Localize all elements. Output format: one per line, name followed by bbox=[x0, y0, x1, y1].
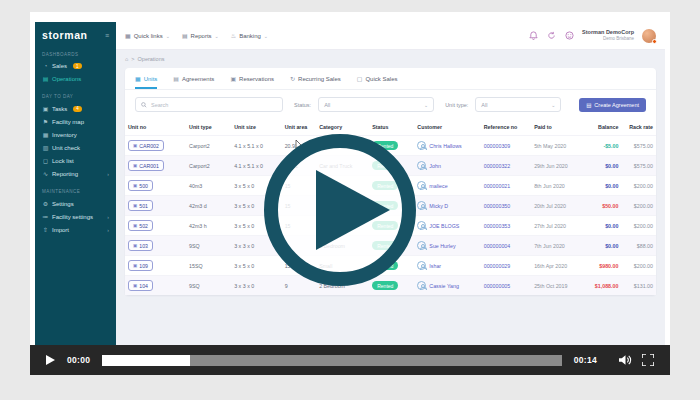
customer-avatar-icon bbox=[417, 281, 426, 290]
video-controls-bar: 00:00 00:14 bbox=[30, 345, 670, 375]
home-icon[interactable]: ⌂ bbox=[125, 56, 128, 62]
support-headset-icon[interactable] bbox=[564, 31, 574, 41]
seek-bar[interactable] bbox=[102, 355, 562, 366]
customer-name[interactable]: Cassie Yang bbox=[429, 283, 459, 289]
customer-avatar-icon bbox=[417, 181, 426, 190]
table-row[interactable]: ▣501 42m3 d 3 x 5 x 0 15 3 Bedroom Rente… bbox=[125, 196, 656, 216]
tab-reservations[interactable]: ▣ Reservations bbox=[230, 75, 274, 89]
customer-avatar-icon bbox=[417, 261, 426, 270]
table-row[interactable]: ▣502 42m3 h 3 x 5 x 0 15 3 Bedroom Rente… bbox=[125, 216, 656, 236]
play-button[interactable] bbox=[46, 355, 55, 365]
chevron-down-icon: ⌄ bbox=[166, 33, 170, 39]
sidebar-item-inventory[interactable]: ▦ Inventory bbox=[35, 128, 116, 141]
unit-type-filter-select[interactable]: All ⌄ bbox=[475, 97, 561, 112]
reference-no: 000000322 bbox=[481, 156, 531, 176]
sidebar-item-facility-map[interactable]: ⚑ Facility map bbox=[35, 115, 116, 128]
customer-avatar-icon bbox=[417, 241, 426, 250]
chevron-down-icon: ⌄ bbox=[424, 102, 428, 108]
tab-bar: ▦ Units ▤ Agreements ▣ Reservations ↻ Re… bbox=[125, 68, 656, 90]
unit-icon: ▣ bbox=[133, 243, 137, 248]
unit-no-pill[interactable]: ▣500 bbox=[128, 180, 153, 191]
menu-banking[interactable]: ♨ Banking ⌄ bbox=[231, 32, 268, 39]
sidebar-item-label: Facility map bbox=[52, 119, 84, 125]
notifications-bell-icon[interactable] bbox=[528, 31, 538, 41]
fullscreen-icon[interactable] bbox=[642, 354, 654, 366]
table-row[interactable]: ▣109 15SQ 3 x 5 x 0 15 Small Rented Isha… bbox=[125, 256, 656, 276]
customer-name[interactable]: JOE BLOGS bbox=[429, 223, 459, 229]
tab-recurring-sales[interactable]: ↻ Recurring Sales bbox=[290, 75, 341, 89]
sidebar-item-settings[interactable]: ⚙ Settings bbox=[35, 197, 116, 210]
unit-no-pill[interactable]: ▣CAR002 bbox=[128, 140, 164, 151]
table-row[interactable]: ▣CAR002 Carport2 4.1 x 5.1 x 0 20.91 Car… bbox=[125, 136, 656, 156]
inventory-icon: ▦ bbox=[42, 131, 49, 138]
create-agreement-button[interactable]: ▤ Create Agreement bbox=[579, 98, 646, 112]
unit-no-pill[interactable]: ▣502 bbox=[128, 220, 153, 231]
customer-name[interactable]: maliece bbox=[429, 183, 447, 189]
sidebar-item-label: Sales bbox=[52, 63, 67, 69]
customer-name[interactable]: Ishar bbox=[429, 263, 441, 269]
unit-category: 3 Bedroom bbox=[316, 216, 369, 236]
sidebar-item-label: Settings bbox=[52, 201, 74, 207]
unit-no-pill[interactable]: ▣103 bbox=[128, 240, 153, 251]
unit-icon: ▣ bbox=[133, 263, 137, 268]
menu-quick-links[interactable]: ▦ Quick links ⌄ bbox=[125, 32, 170, 39]
sidebar-item-facility-settings[interactable]: ≔ Facility settings › bbox=[35, 210, 116, 223]
sidebar-item-unit-check[interactable]: ▥ Unit check bbox=[35, 141, 116, 154]
video-player: storman ≡ DASHBOARDS ◔ Sales 1 ▤ Operati… bbox=[30, 12, 670, 375]
customer-name[interactable]: Chris Hallows bbox=[429, 143, 461, 149]
hamburger-menu-icon[interactable]: ≡ bbox=[105, 32, 109, 39]
balance-amount: -$5.00 bbox=[603, 143, 618, 149]
unit-no-pill[interactable]: ▣104 bbox=[128, 280, 153, 291]
customer-name[interactable]: Sue Hurley bbox=[429, 243, 455, 249]
unit-icon: ▣ bbox=[133, 223, 137, 228]
unit-no: 104 bbox=[139, 283, 148, 289]
table-row[interactable]: ▣104 9SQ 3 x 3 x 0 9 2 Bedroom Rented Ca… bbox=[125, 276, 656, 296]
unit-no-pill[interactable]: ▣501 bbox=[128, 200, 153, 211]
unit-category: 2 Bedroom bbox=[316, 276, 369, 296]
tab-quick-sales[interactable]: ▢ Quick Sales bbox=[357, 75, 398, 89]
reference-no: 000000004 bbox=[481, 236, 531, 256]
sidebar-item-reporting[interactable]: ∿ Reporting › bbox=[35, 167, 116, 180]
unit-no: 103 bbox=[139, 243, 148, 249]
balance-amount: $0.00 bbox=[605, 223, 618, 229]
status-filter-select[interactable]: All ⌄ bbox=[318, 97, 434, 112]
paid-to-date: 16th Apr 2020 bbox=[531, 256, 581, 276]
rack-rate: $131.00 bbox=[621, 276, 656, 296]
reference-no: 000000021 bbox=[481, 176, 531, 196]
reference-no: 000000029 bbox=[481, 256, 531, 276]
unit-area: 15 bbox=[282, 216, 317, 236]
status-badge: Rented bbox=[372, 241, 398, 250]
column-header-unit-size: Unit size bbox=[231, 119, 281, 136]
unit-area: 20.91 bbox=[282, 156, 317, 176]
table-row[interactable]: ▣103 9SQ 3 x 3 x 0 9 2 Bedroom Rented Su… bbox=[125, 236, 656, 256]
tab-units[interactable]: ▦ Units bbox=[135, 75, 157, 89]
account-info[interactable]: Storman DemoCorp Demo Brisbane bbox=[582, 29, 634, 42]
page-background: storman ≡ DASHBOARDS ◔ Sales 1 ▤ Operati… bbox=[0, 0, 700, 400]
sidebar-item-import[interactable]: ⇧ Import › bbox=[35, 223, 116, 236]
menu-reports[interactable]: ▤ Reports ⌄ bbox=[182, 32, 219, 39]
table-row[interactable]: ▣500 40m3 3 x 5 x 0 15 3 Bedroom Rented … bbox=[125, 176, 656, 196]
unit-category: Car and Truck bbox=[316, 156, 369, 176]
table-row[interactable]: ▣CAR001 Carport2 4.1 x 5.1 x 0 20.91 Car… bbox=[125, 156, 656, 176]
sync-icon[interactable] bbox=[546, 31, 556, 41]
sidebar-item-lock-list[interactable]: ◻ Lock list bbox=[35, 154, 116, 167]
search-icon bbox=[141, 102, 147, 108]
unit-type: Carport2 bbox=[186, 156, 231, 176]
sidebar-item-label: Unit check bbox=[52, 145, 80, 151]
sidebar-item-operations[interactable]: ▤ Operations bbox=[35, 72, 116, 85]
unit-type: 9SQ bbox=[186, 276, 231, 296]
customer-name[interactable]: John bbox=[429, 163, 441, 169]
search-input[interactable]: Search bbox=[135, 97, 283, 112]
user-avatar[interactable] bbox=[642, 29, 656, 43]
rack-rate: $200.00 bbox=[621, 216, 656, 236]
rack-rate: $88.00 bbox=[621, 236, 656, 256]
column-header-unit-type: Unit type bbox=[186, 119, 231, 136]
sidebar-item-sales[interactable]: ◔ Sales 1 bbox=[35, 60, 116, 72]
volume-icon[interactable] bbox=[619, 354, 632, 366]
unit-no-pill[interactable]: ▣CAR001 bbox=[128, 160, 164, 171]
chevron-right-icon: › bbox=[107, 214, 109, 220]
sidebar-item-tasks[interactable]: ▣ Tasks 4 bbox=[35, 102, 116, 115]
unit-no-pill[interactable]: ▣109 bbox=[128, 260, 153, 271]
tab-agreements[interactable]: ▤ Agreements bbox=[173, 75, 214, 89]
customer-name[interactable]: Micky D bbox=[429, 203, 448, 209]
